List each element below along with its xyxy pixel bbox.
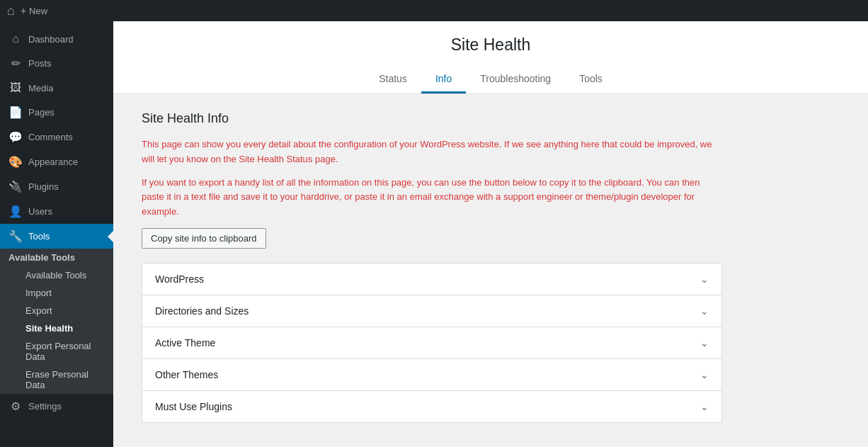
info-paragraph-1: This page can show you every detail abou… bbox=[142, 137, 722, 167]
tabs: Status Info Troubleshooting Tools bbox=[113, 66, 868, 94]
sidebar-sub-item-export[interactable]: Export bbox=[0, 302, 113, 319]
sidebar-item-media[interactable]: 🖼 Media bbox=[0, 76, 113, 100]
tab-tools[interactable]: Tools bbox=[565, 66, 617, 94]
posts-icon: ✏ bbox=[8, 57, 23, 70]
accordion-wordpress: WordPress ⌄ bbox=[142, 263, 722, 295]
new-label: New bbox=[29, 6, 47, 16]
content-header: Site Health Status Info Troubleshooting … bbox=[113, 21, 868, 94]
sidebar-sub-item-import[interactable]: Import bbox=[0, 284, 113, 302]
content-body: Site Health Info This page can show you … bbox=[113, 94, 750, 440]
dashboard-icon: ⌂ bbox=[8, 33, 23, 45]
settings-icon: ⚙ bbox=[8, 400, 23, 413]
sidebar-item-label: Plugins bbox=[28, 181, 59, 192]
accordion-other-themes-header[interactable]: Other Themes ⌄ bbox=[142, 359, 721, 390]
sidebar-sub-item-available-tools[interactable]: Available Tools bbox=[0, 266, 113, 284]
sidebar-item-label: Appearance bbox=[28, 157, 78, 167]
media-icon: 🖼 bbox=[8, 81, 23, 94]
page-title: Site Health bbox=[113, 35, 868, 66]
sidebar-sub-item-export-personal[interactable]: Export Personal Data bbox=[0, 337, 113, 366]
tools-submenu-header: Available Tools bbox=[0, 249, 113, 266]
accordion-directories-header[interactable]: Directories and Sizes ⌄ bbox=[142, 295, 721, 327]
accordion-active-theme-label: Active Theme bbox=[155, 337, 215, 349]
sidebar-item-plugins[interactable]: 🔌 Plugins bbox=[0, 174, 113, 199]
sidebar-item-tools[interactable]: 🔧 Tools bbox=[0, 224, 113, 249]
pages-icon: 📄 bbox=[8, 106, 23, 119]
tab-status[interactable]: Status bbox=[365, 66, 421, 94]
sidebar-item-pages[interactable]: 📄 Pages bbox=[0, 100, 113, 125]
chevron-down-icon: ⌄ bbox=[700, 305, 709, 317]
sidebar-item-label: Pages bbox=[28, 107, 55, 118]
accordion-directories-label: Directories and Sizes bbox=[155, 305, 249, 317]
chevron-down-icon: ⌄ bbox=[700, 401, 709, 412]
sidebar-item-appearance[interactable]: 🎨 Appearance bbox=[0, 149, 113, 174]
appearance-icon: 🎨 bbox=[8, 155, 23, 169]
accordion-must-use-plugins-header[interactable]: Must Use Plugins ⌄ bbox=[142, 391, 721, 422]
chevron-down-icon: ⌄ bbox=[700, 369, 709, 380]
accordion-active-theme: Active Theme ⌄ bbox=[142, 327, 722, 358]
wp-logo-icon: ⌂ bbox=[7, 4, 15, 18]
accordion-other-themes-label: Other Themes bbox=[155, 369, 218, 380]
sidebar-sub-item-erase-personal[interactable]: Erase Personal Data bbox=[0, 366, 113, 394]
tools-icon: 🔧 bbox=[8, 230, 23, 243]
accordion-must-use-plugins-label: Must Use Plugins bbox=[155, 401, 232, 412]
comments-icon: 💬 bbox=[8, 130, 23, 144]
content-area: Site Health Status Info Troubleshooting … bbox=[113, 21, 868, 447]
accordion-other-themes: Other Themes ⌄ bbox=[142, 358, 722, 390]
tab-troubleshooting[interactable]: Troubleshooting bbox=[466, 66, 565, 94]
sidebar-item-settings[interactable]: ⚙ Settings bbox=[0, 394, 113, 419]
sidebar-item-label: Comments bbox=[28, 132, 73, 142]
top-bar: ⌂ + New bbox=[0, 0, 868, 21]
tab-info[interactable]: Info bbox=[421, 66, 466, 94]
plugins-icon: 🔌 bbox=[8, 180, 23, 193]
sidebar-item-label: Posts bbox=[28, 58, 52, 69]
accordion-must-use-plugins: Must Use Plugins ⌄ bbox=[142, 390, 722, 423]
accordion-wordpress-label: WordPress bbox=[155, 273, 204, 285]
new-button[interactable]: + New bbox=[21, 5, 47, 16]
sidebar: ⌂ Dashboard ✏ Posts 🖼 Media 📄 Pages 💬 Co… bbox=[0, 21, 113, 447]
info-paragraph-2: If you want to export a handy list of al… bbox=[142, 176, 722, 220]
sidebar-item-posts[interactable]: ✏ Posts bbox=[0, 51, 113, 76]
accordion-directories-sizes: Directories and Sizes ⌄ bbox=[142, 295, 722, 327]
accordion-active-theme-header[interactable]: Active Theme ⌄ bbox=[142, 327, 721, 358]
sidebar-item-label: Tools bbox=[28, 231, 50, 242]
chevron-down-icon: ⌄ bbox=[700, 337, 709, 349]
sidebar-item-comments[interactable]: 💬 Comments bbox=[0, 125, 113, 149]
users-icon: 👤 bbox=[8, 205, 23, 218]
sidebar-item-dashboard[interactable]: ⌂ Dashboard bbox=[0, 27, 113, 51]
sidebar-item-users[interactable]: 👤 Users bbox=[0, 199, 113, 224]
sidebar-sub-item-site-health[interactable]: Site Health bbox=[0, 319, 113, 337]
sidebar-item-label: Users bbox=[28, 206, 52, 217]
sidebar-item-label: Media bbox=[28, 83, 53, 94]
sidebar-item-label: Settings bbox=[28, 401, 62, 412]
copy-site-info-button[interactable]: Copy site info to clipboard bbox=[142, 228, 266, 249]
tools-submenu: Available Tools Available Tools Import E… bbox=[0, 249, 113, 394]
plus-icon: + bbox=[21, 5, 26, 16]
sidebar-item-label: Dashboard bbox=[28, 34, 74, 45]
chevron-down-icon: ⌄ bbox=[700, 273, 709, 285]
accordion-wordpress-header[interactable]: WordPress ⌄ bbox=[142, 264, 721, 295]
section-title: Site Health Info bbox=[142, 111, 722, 126]
